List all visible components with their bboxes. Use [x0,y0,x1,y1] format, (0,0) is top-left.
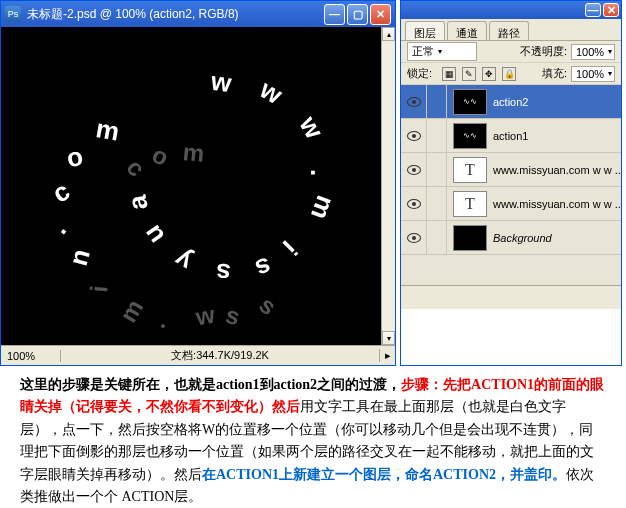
panel-tabs: 图层 通道 路径 [401,19,621,41]
layer-row[interactable]: Background [401,221,621,255]
layer-link-col[interactable] [427,119,447,153]
opacity-label: 不透明度: [520,44,567,59]
document-title: 未标题-2.psd @ 100% (action2, RGB/8) [27,6,324,23]
layer-link-col[interactable] [427,221,447,255]
lock-label: 锁定: [407,66,432,81]
vertical-scrollbar[interactable]: ▴ ▾ [381,27,395,345]
fill-input[interactable]: 100% [571,66,615,82]
layer-row[interactable]: Twww.missyuan.com w w ... [401,153,621,187]
layer-thumbnail[interactable]: ∿∿ [453,123,487,149]
lock-transparency-icon[interactable]: ▦ [442,67,456,81]
layer-name[interactable]: Background [493,232,621,244]
scroll-up-arrow[interactable]: ▴ [382,27,395,41]
layer-name[interactable]: www.missyuan.com w w ... [493,198,621,210]
layer-thumbnail[interactable]: T [453,157,487,183]
visibility-toggle[interactable] [401,221,427,255]
eye-icon [407,97,421,107]
app-icon: Ps [5,6,21,22]
eye-icon [407,131,421,141]
panel-titlebar[interactable]: — ✕ [401,1,621,19]
panel-minimize-button[interactable]: — [585,3,601,17]
eye-icon [407,199,421,209]
scroll-track[interactable] [382,41,395,331]
layers-list: ∿∿action2∿∿action1Twww.missyuan.com w w … [401,85,621,285]
layer-link-col[interactable] [427,187,447,221]
canvas[interactable]: w w w . m i s s y u a n . c o m [1,27,381,345]
panel-close-button[interactable]: ✕ [603,3,619,17]
minimize-button[interactable]: — [324,4,345,25]
titlebar[interactable]: Ps 未标题-2.psd @ 100% (action2, RGB/8) — ▢… [1,1,395,27]
close-button[interactable]: ✕ [370,4,391,25]
lock-paint-icon[interactable]: ✎ [462,67,476,81]
layer-name[interactable]: action1 [493,130,621,142]
layer-row[interactable]: ∿∿action1 [401,119,621,153]
visibility-toggle[interactable] [401,85,427,119]
opacity-input[interactable]: 100% [571,44,615,60]
lock-all-icon[interactable]: 🔒 [502,67,516,81]
canvas-area: w w w . m i s s y u a n . c o m [1,27,395,345]
instructions-text: 这里的步骤是关键所在，也就是action1到action2之间的过渡，步骤：先把… [0,366,626,508]
spiral-text-art: w w w . m i s s y u a n . c o m [1,27,381,345]
panel-bottom-bar [401,285,621,309]
lock-icons: ▦ ✎ ✥ 🔒 [436,67,522,81]
visibility-toggle[interactable] [401,153,427,187]
zoom-level[interactable]: 100% [1,350,61,362]
layers-panel-window: — ✕ 图层 通道 路径 正常 不透明度: 100% 锁定: ▦ ✎ ✥ [400,0,622,366]
blend-mode-dropdown[interactable]: 正常 [407,42,477,61]
tab-channels[interactable]: 通道 [447,21,487,40]
layer-name[interactable]: www.missyuan.com w w ... [493,164,621,176]
layer-thumbnail[interactable] [453,225,487,251]
document-window: Ps 未标题-2.psd @ 100% (action2, RGB/8) — ▢… [0,0,396,366]
scroll-down-arrow[interactable]: ▾ [382,331,395,345]
status-menu-arrow[interactable]: ▸ [379,349,395,362]
document-info: 文档:344.7K/919.2K [61,348,379,363]
layer-link-col[interactable] [427,153,447,187]
eye-icon [407,165,421,175]
layer-thumbnail[interactable]: ∿∿ [453,89,487,115]
layer-thumbnail[interactable]: T [453,191,487,217]
status-bar: 100% 文档:344.7K/919.2K ▸ [1,345,395,365]
layer-row[interactable]: Twww.missyuan.com w w ... [401,187,621,221]
visibility-toggle[interactable] [401,119,427,153]
tab-paths[interactable]: 路径 [489,21,529,40]
layer-name[interactable]: action2 [493,96,621,108]
fill-label: 填充: [542,66,567,81]
visibility-toggle[interactable] [401,187,427,221]
eye-icon [407,233,421,243]
layer-row[interactable]: ∿∿action2 [401,85,621,119]
layer-link-col[interactable] [427,85,447,119]
maximize-button[interactable]: ▢ [347,4,368,25]
lock-move-icon[interactable]: ✥ [482,67,496,81]
tab-layers[interactable]: 图层 [405,21,445,40]
